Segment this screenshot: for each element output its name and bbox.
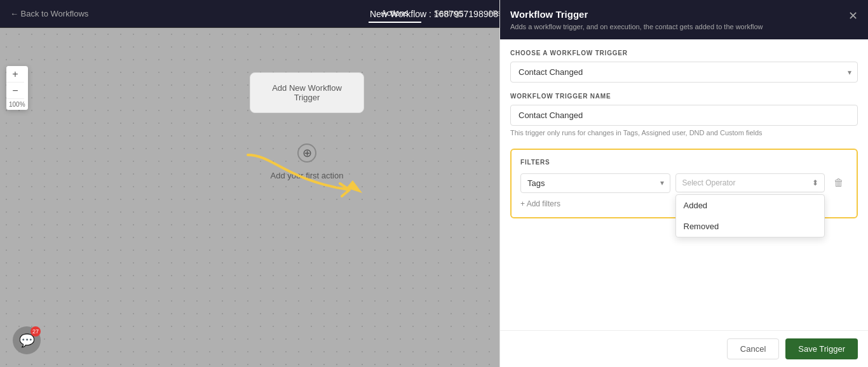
trigger-name-label: WORKFLOW TRIGGER NAME (510, 93, 858, 100)
operator-option-added[interactable]: Added (676, 195, 825, 216)
chat-badge: 27 (31, 326, 41, 337)
workflow-trigger-panel: Workflow Trigger Adds a workflow trigger… (499, 0, 868, 367)
panel-header: Workflow Trigger Adds a workflow trigger… (500, 0, 868, 39)
trigger-select[interactable]: Contact Changed (510, 62, 858, 83)
panel-subtitle: Adds a workflow trigger, and on executio… (510, 22, 848, 32)
filter-field-wrapper: Tags ▾ (520, 173, 670, 193)
cancel-button[interactable]: Cancel (727, 338, 779, 359)
zoom-out-button[interactable]: − (6, 83, 24, 99)
zoom-in-button[interactable]: + (6, 66, 24, 83)
filters-label: FILTERS (520, 159, 848, 166)
operator-select[interactable]: Select Operator Added Removed (675, 173, 825, 192)
arrow-annotation (235, 142, 445, 206)
trigger-card-line1: Add New Workflow (266, 83, 348, 93)
save-trigger-button[interactable]: Save Trigger (785, 338, 858, 359)
chat-bubble[interactable]: 💬 27 (13, 326, 41, 354)
panel-title: Workflow Trigger (510, 9, 848, 20)
back-to-workflows-link[interactable]: ← Back to Workflows (10, 9, 88, 18)
trigger-name-input[interactable] (510, 105, 858, 126)
panel-body: CHOOSE A WORKFLOW TRIGGER Contact Change… (500, 39, 868, 330)
workflow-title: New Workflow : 1687957198908 (370, 9, 498, 19)
zoom-controls: + − 100% (6, 66, 28, 110)
trigger-card[interactable]: Add New Workflow Trigger (250, 72, 364, 113)
choose-trigger-label: CHOOSE A WORKFLOW TRIGGER (510, 50, 858, 57)
operator-dropdown: Added Removed (675, 194, 825, 237)
trigger-card-line2: Trigger (266, 93, 348, 102)
panel-footer: Cancel Save Trigger (500, 330, 868, 367)
filter-field-select[interactable]: Tags (520, 173, 670, 193)
trigger-select-wrapper: Contact Changed ▾ (510, 62, 858, 83)
operator-select-wrapper: Select Operator Added Removed ⬍ Added Re… (675, 173, 825, 193)
filters-section: FILTERS Tags ▾ Select Operator Added Rem… (510, 149, 858, 218)
filter-row: Tags ▾ Select Operator Added Removed ⬍ A… (520, 173, 848, 193)
hint-text: This trigger only runs for changes in Ta… (510, 128, 858, 138)
delete-filter-button[interactable]: 🗑 (830, 175, 848, 191)
zoom-level-label: 100% (6, 99, 28, 110)
operator-option-removed[interactable]: Removed (676, 216, 825, 237)
panel-header-left: Workflow Trigger Adds a workflow trigger… (510, 9, 848, 32)
close-panel-button[interactable]: ✕ (848, 10, 858, 22)
